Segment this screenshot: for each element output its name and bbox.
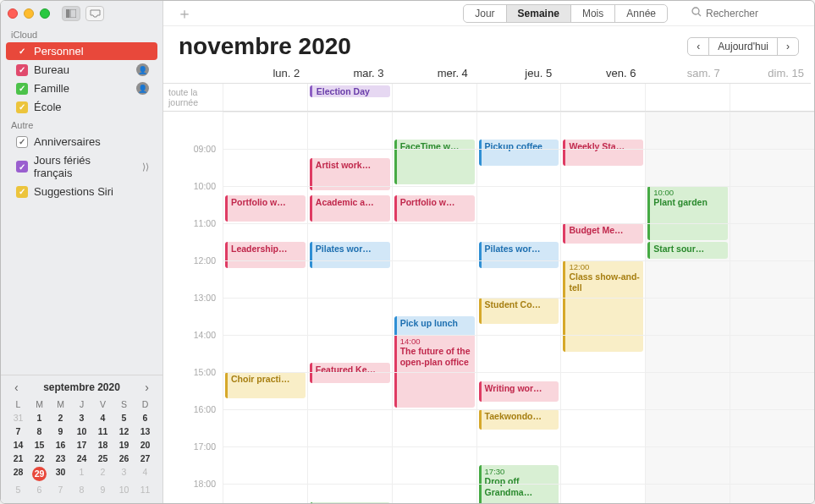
mini-day[interactable]: 9 [50, 425, 71, 438]
mini-day[interactable]: 13 [135, 425, 156, 438]
mini-day[interactable]: 8 [71, 483, 92, 496]
mini-day[interactable]: 3 [71, 411, 92, 425]
event[interactable]: Artist work… [310, 158, 390, 190]
mini-next-button[interactable]: › [141, 381, 152, 394]
mini-day[interactable]: 20 [135, 438, 156, 452]
minimize-icon[interactable] [24, 8, 34, 19]
mini-day[interactable]: 11 [135, 483, 156, 496]
event[interactable]: Academic a… [310, 195, 390, 222]
calendar-checkbox[interactable]: ✓ [16, 136, 28, 148]
mini-day[interactable]: 4 [92, 411, 113, 425]
zoom-icon[interactable] [40, 8, 50, 19]
mini-day[interactable]: 29 [29, 465, 50, 483]
mini-day[interactable]: 14 [8, 438, 29, 452]
mini-day[interactable]: 2 [92, 465, 113, 483]
day-column[interactable]: Artist work…Academic a…Pilates wor…Featu… [307, 112, 392, 503]
calendar-item[interactable]: ✓Suggestions Siri [6, 183, 157, 200]
calendar-checkbox[interactable]: ✓ [16, 46, 28, 58]
calendar-checkbox[interactable]: ✓ [16, 101, 28, 113]
allday-event[interactable]: Election Day [310, 85, 390, 97]
event[interactable]: Portfolio w… [225, 195, 306, 222]
today-button[interactable]: Aujourd'hui [709, 38, 778, 55]
day-column[interactable]: Portfolio w…Leadership…Choir practi… [223, 112, 307, 503]
mini-day[interactable]: 27 [135, 452, 156, 465]
event[interactable]: Start sour… [647, 242, 728, 259]
allday-cell[interactable] [730, 84, 814, 111]
view-tab[interactable]: Mois [571, 5, 615, 22]
event[interactable]: Writing wor… [479, 381, 559, 402]
mini-day[interactable]: 10 [113, 483, 135, 496]
mini-day[interactable]: 12 [113, 425, 135, 438]
event[interactable]: Taekwondo… [479, 409, 559, 430]
day-column[interactable]: 10:00Plant gardenStart sour… [645, 112, 730, 503]
search-field[interactable] [685, 5, 806, 21]
mini-day[interactable]: 1 [71, 465, 92, 483]
calendar-item[interactable]: ✓Jours fériés français⟩⟩ [6, 151, 157, 182]
allday-cell[interactable] [645, 84, 730, 111]
event[interactable]: Student Co… [479, 298, 559, 324]
allday-cell[interactable] [476, 84, 561, 111]
event[interactable]: Leadership… [225, 242, 306, 268]
mini-day[interactable]: 18 [92, 438, 113, 452]
mini-day[interactable]: 30 [50, 465, 71, 483]
mini-day[interactable]: 2 [50, 411, 71, 425]
mini-day[interactable]: 3 [113, 465, 135, 483]
calendars-toggle-button[interactable] [62, 6, 80, 21]
view-tab[interactable]: Jour [464, 5, 506, 22]
mini-day[interactable]: 25 [92, 452, 113, 465]
mini-day[interactable]: 28 [8, 465, 29, 483]
allday-cell[interactable] [560, 84, 645, 111]
day-column[interactable] [730, 112, 814, 503]
mini-day[interactable]: 11 [92, 425, 113, 438]
mini-day[interactable]: 6 [29, 483, 50, 496]
mini-day[interactable]: 24 [71, 452, 92, 465]
next-week-button[interactable]: › [778, 38, 798, 55]
allday-cell[interactable]: Election Day [307, 84, 392, 111]
calendar-item[interactable]: ✓Personnel [6, 42, 157, 60]
calendar-item[interactable]: ✓Anniversaires [6, 133, 157, 151]
close-icon[interactable] [8, 8, 18, 19]
allday-cell[interactable] [223, 84, 307, 111]
calendar-checkbox[interactable]: ✓ [16, 161, 28, 173]
mini-day[interactable]: 22 [29, 452, 50, 465]
day-column[interactable]: Weekly Sta…Budget Me…12:00Class show-and… [560, 112, 645, 503]
day-column[interactable]: FaceTime w…Portfolio w…Pick up lunch14:0… [392, 112, 476, 503]
mini-day[interactable]: 7 [50, 483, 71, 496]
mini-day[interactable]: 19 [113, 438, 135, 452]
event[interactable]: Weekly Sta… [563, 140, 643, 166]
event[interactable]: Taco night [310, 502, 390, 503]
event[interactable]: Budget Me… [563, 223, 643, 244]
mini-day[interactable]: 8 [29, 425, 50, 438]
add-event-button[interactable]: ＋ [172, 3, 197, 24]
mini-day[interactable]: 15 [29, 438, 50, 452]
event[interactable]: Pilates wor… [310, 242, 390, 268]
mini-day[interactable]: 23 [50, 452, 71, 465]
mini-day[interactable]: 16 [50, 438, 71, 452]
mini-day[interactable]: 4 [135, 465, 156, 483]
view-tab[interactable]: Semaine [507, 5, 571, 22]
view-tab[interactable]: Année [615, 5, 667, 22]
event[interactable]: 12:00Class show-and-tell [563, 260, 643, 352]
search-input[interactable] [706, 8, 799, 19]
mini-day[interactable]: 26 [113, 452, 135, 465]
calendar-checkbox[interactable]: ✓ [16, 186, 28, 198]
prev-week-button[interactable]: ‹ [688, 38, 709, 55]
event[interactable]: Featured Ke… [310, 363, 390, 383]
mini-day[interactable]: 7 [8, 425, 29, 438]
event[interactable]: Portfolio w… [394, 195, 475, 222]
event[interactable]: FaceTime w… [394, 140, 475, 184]
mini-day[interactable]: 9 [92, 483, 113, 496]
event[interactable]: Pickup coffee [479, 140, 559, 166]
mini-day[interactable]: 5 [113, 411, 135, 425]
calendar-item[interactable]: ✓Famille👤 [6, 79, 157, 97]
event[interactable]: 14:00The future of the open-plan office [394, 335, 475, 408]
calendar-item[interactable]: ✓École [6, 98, 157, 116]
calendar-checkbox[interactable]: ✓ [16, 64, 28, 76]
mini-day[interactable]: 1 [29, 411, 50, 425]
calendar-item[interactable]: ✓Bureau👤 [6, 61, 157, 79]
inbox-button[interactable] [85, 6, 104, 21]
mini-day[interactable]: 6 [135, 411, 156, 425]
mini-prev-button[interactable]: ‹ [11, 381, 22, 394]
event[interactable]: Pilates wor… [479, 242, 559, 268]
event[interactable]: Choir practi… [225, 372, 306, 398]
